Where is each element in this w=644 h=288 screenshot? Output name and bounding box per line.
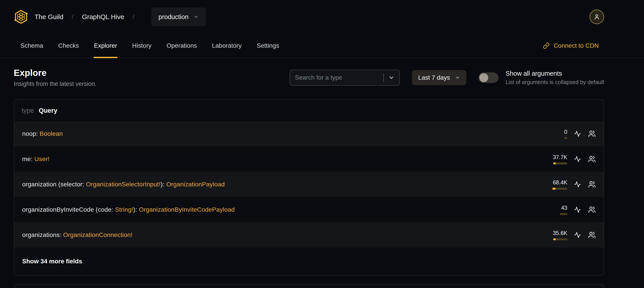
link-icon [543, 42, 550, 49]
breadcrumb-project[interactable]: GraphQL Hive [82, 13, 124, 21]
type-search-combobox[interactable]: Search for a type [290, 70, 400, 86]
field-name-text: me: [22, 156, 34, 162]
breadcrumb-separator: / [72, 13, 74, 21]
next-type-card-partial [14, 284, 604, 288]
field-type-link[interactable]: OrganizationByInviteCodePayload [139, 206, 235, 213]
show-more-fields-button[interactable]: Show 34 more fields [14, 248, 604, 275]
users-icon[interactable] [588, 155, 596, 163]
explorer-controls: Search for a type Last 7 days Show all a… [290, 70, 604, 86]
target-selector[interactable]: production [152, 8, 206, 26]
field-name-text: noop: [22, 130, 40, 137]
toggle-labels: Show all arguments List of arguments is … [506, 70, 604, 85]
field-signature: organization (selector: OrganizationSele… [22, 181, 225, 188]
chevron-down-icon[interactable] [388, 75, 394, 81]
users-icon[interactable] [588, 130, 596, 138]
field-row[interactable]: organizationByInviteCode (code: String!)… [14, 197, 604, 222]
nav-tab-schema[interactable]: Schema [20, 34, 44, 58]
hive-logo[interactable] [14, 10, 28, 24]
nav-tab-explorer[interactable]: Explorer [94, 34, 118, 58]
toggle-label: Show all arguments [506, 70, 604, 77]
activity-icon[interactable] [574, 181, 581, 188]
page-header: Explore Insights from the latest version… [14, 68, 96, 87]
field-usage: 37.7K [530, 154, 567, 164]
field-usage: 0 [530, 129, 567, 139]
field-type-link[interactable]: User! [34, 156, 50, 162]
toggle-knob [479, 73, 488, 82]
users-icon[interactable] [588, 206, 596, 213]
page-subtitle: Insights from the latest version. [14, 81, 96, 87]
field-type-link[interactable]: Boolean [40, 130, 63, 137]
field-stats: 35.6K [530, 230, 596, 240]
nav-tab-settings[interactable]: Settings [256, 34, 280, 58]
chevron-down-icon [455, 75, 460, 80]
field-usage-bar [553, 238, 567, 240]
nav-tab-checks[interactable]: Checks [58, 34, 79, 58]
field-row[interactable]: noop: Boolean 0 [14, 121, 604, 146]
date-range-label: Last 7 days [418, 74, 450, 81]
person-icon [593, 13, 600, 21]
field-stats: 37.7K [530, 154, 596, 164]
field-name-text: ): [161, 181, 166, 188]
nav-tab-history[interactable]: History [132, 34, 152, 58]
field-signature: organizations: OrganizationConnection! [22, 231, 132, 238]
field-type-link[interactable]: String! [115, 206, 133, 213]
activity-icon[interactable] [574, 231, 581, 238]
connect-to-cdn-link[interactable]: Connect to CDN [543, 34, 604, 58]
field-stats: 0 [530, 129, 596, 139]
field-usage-count: 37.7K [553, 154, 567, 160]
breadcrumb-org[interactable]: The Guild [34, 13, 64, 21]
field-usage: 68.4K [530, 179, 567, 190]
show-all-arguments-toggle[interactable] [478, 72, 498, 83]
nav-tab-operations[interactable]: Operations [166, 34, 197, 58]
field-stats: 43 [530, 205, 596, 215]
activity-icon[interactable] [574, 206, 581, 213]
field-row[interactable]: organizations: OrganizationConnection! 3… [14, 222, 604, 248]
type-card-header: type Query [14, 100, 604, 121]
chevron-down-icon [194, 14, 199, 20]
top-bar: The Guild / GraphQL Hive / production [14, 0, 604, 34]
field-row[interactable]: me: User! 37.7K [14, 146, 604, 172]
main-navigation: SchemaChecksExplorerHistoryOperationsLab… [0, 34, 644, 58]
field-usage-bar [564, 137, 567, 139]
field-stats: 68.4K [530, 179, 596, 190]
activity-icon[interactable] [574, 156, 581, 163]
field-signature: me: User! [22, 156, 50, 163]
type-card: type Query noop: Boolean 0 me: User! 37.… [14, 99, 604, 275]
target-selector-label: production [158, 13, 188, 21]
field-type-link[interactable]: OrganizationConnection! [63, 231, 132, 238]
type-name: Query [39, 107, 58, 114]
combobox-divider [384, 74, 384, 82]
field-signature: noop: Boolean [22, 130, 63, 137]
field-usage-count: 43 [561, 205, 567, 211]
field-rows: noop: Boolean 0 me: User! 37.7K [14, 121, 604, 248]
users-icon[interactable] [588, 231, 596, 239]
field-usage-bar [552, 188, 567, 190]
type-kind-label: type [22, 107, 34, 114]
field-type-link[interactable]: OrganizationPayload [166, 181, 225, 188]
date-range-selector[interactable]: Last 7 days [412, 70, 466, 85]
field-name-text: organization (selector: [22, 181, 86, 188]
field-usage: 35.6K [530, 230, 567, 240]
field-signature: organizationByInviteCode (code: String!)… [22, 206, 235, 213]
users-icon[interactable] [588, 181, 596, 188]
field-usage-bar [553, 162, 567, 164]
field-name-text: ): [133, 206, 139, 213]
activity-icon[interactable] [574, 130, 581, 137]
toggle-description: List of arguments is collapsed by defaul… [506, 79, 604, 85]
type-search-placeholder: Search for a type [295, 74, 342, 81]
field-row[interactable]: organization (selector: OrganizationSele… [14, 172, 604, 197]
field-name-text: organizationByInviteCode (code: [22, 206, 115, 213]
field-usage-count: 0 [564, 129, 567, 135]
nav-tabs: SchemaChecksExplorerHistoryOperationsLab… [14, 34, 280, 58]
field-name-text: organizations: [22, 231, 63, 238]
field-usage: 43 [530, 205, 567, 215]
field-usage-count: 68.4K [553, 179, 567, 186]
breadcrumb-separator: / [133, 13, 134, 21]
connect-to-cdn-label: Connect to CDN [554, 42, 599, 49]
field-usage-bar [560, 213, 567, 215]
field-usage-count: 35.6K [553, 230, 567, 236]
page-title: Explore [14, 68, 96, 78]
user-avatar-button[interactable] [590, 10, 604, 24]
nav-tab-laboratory[interactable]: Laboratory [212, 34, 242, 58]
field-type-link[interactable]: OrganizationSelectorInput! [86, 181, 161, 188]
